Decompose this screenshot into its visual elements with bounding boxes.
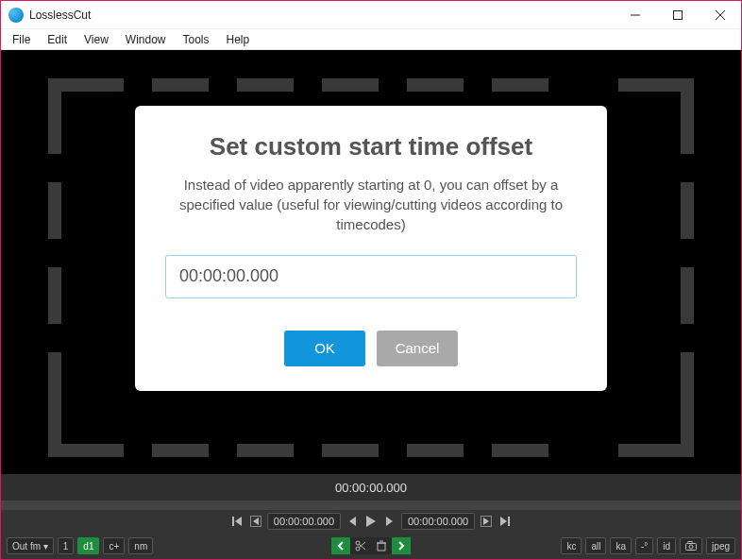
svg-marker-9: [366, 516, 376, 527]
chip-rotation[interactable]: -°: [635, 537, 653, 554]
menu-view[interactable]: View: [76, 31, 116, 48]
jump-end-icon[interactable]: [497, 514, 513, 529]
svg-marker-7: [253, 518, 259, 525]
chevron-left-icon: [337, 541, 345, 551]
cut-end-time[interactable]: 00:00:00.000: [401, 513, 475, 530]
menu-help[interactable]: Help: [219, 31, 258, 48]
svg-point-23: [689, 545, 693, 549]
start-time-offset-dialog: Set custom start time offset Instead of …: [135, 105, 607, 390]
svg-rect-14: [508, 517, 510, 526]
time-offset-input[interactable]: [165, 254, 577, 297]
menu-edit[interactable]: Edit: [40, 31, 75, 48]
chip-jpeg[interactable]: jpeg: [706, 537, 735, 554]
chip-kc[interactable]: kc: [561, 537, 582, 554]
chip-d1[interactable]: d1: [77, 537, 99, 554]
chip-nm[interactable]: nm: [128, 537, 153, 554]
step-back-icon[interactable]: [345, 514, 360, 529]
svg-rect-24: [688, 542, 692, 544]
chevron-right-icon: [397, 541, 405, 551]
menubar: File Edit View Window Tools Help: [1, 29, 741, 50]
chip-ka[interactable]: ka: [610, 537, 632, 554]
maximize-icon: [673, 10, 683, 20]
video-area: Set custom start time offset Instead of …: [1, 50, 741, 474]
chip-all[interactable]: all: [585, 537, 606, 554]
camera-icon: [685, 541, 697, 551]
delete-button[interactable]: [371, 537, 392, 554]
svg-marker-10: [386, 517, 393, 526]
timeline-track[interactable]: [1, 501, 741, 510]
cut-start-time[interactable]: 00:00:00.000: [267, 513, 341, 530]
svg-marker-5: [235, 517, 242, 526]
minimize-icon: [631, 10, 640, 20]
menu-tools[interactable]: Tools: [176, 31, 217, 48]
prev-segment-button[interactable]: [331, 537, 350, 554]
maximize-button[interactable]: [656, 1, 699, 29]
set-cut-start-icon[interactable]: [248, 514, 263, 529]
menu-window[interactable]: Window: [118, 31, 174, 48]
app-window: LosslessCut File Edit View Window Tools …: [0, 0, 742, 560]
titlebar: LosslessCut: [1, 1, 741, 29]
chip-id[interactable]: id: [657, 537, 676, 554]
jump-start-icon[interactable]: [229, 514, 245, 529]
bottom-toolbar: Out fm ▾ 1 d1 c+ nm kc all ka -° id: [1, 533, 741, 559]
cut-action-group: [331, 537, 411, 554]
dialog-title: Set custom start time offset: [165, 131, 577, 161]
app-icon: [8, 8, 24, 23]
playback-controls: 00:00:00.000 00:00:00.000: [1, 510, 741, 533]
close-button[interactable]: [699, 1, 741, 29]
chip-c-plus[interactable]: c+: [103, 537, 125, 554]
svg-marker-8: [349, 517, 356, 526]
app-title: LosslessCut: [29, 8, 91, 22]
minimize-button[interactable]: [614, 1, 656, 29]
trash-icon: [377, 540, 386, 552]
next-segment-button[interactable]: [392, 537, 411, 554]
play-icon[interactable]: [363, 514, 379, 529]
step-forward-icon[interactable]: [382, 514, 397, 529]
scissors-icon: [355, 540, 366, 552]
svg-marker-13: [500, 517, 507, 526]
menu-file[interactable]: File: [5, 31, 38, 48]
cut-button[interactable]: [350, 537, 371, 554]
set-cut-end-icon[interactable]: [479, 514, 494, 529]
close-icon: [716, 10, 725, 20]
svg-rect-19: [378, 543, 385, 551]
current-time-label: 00:00:00.000: [335, 481, 407, 495]
dialog-description: Instead of video apparently starting at …: [165, 174, 577, 233]
timeline-time-display[interactable]: 00:00:00.000: [1, 474, 741, 501]
ok-button[interactable]: OK: [284, 330, 365, 365]
segment-number[interactable]: 1: [58, 537, 75, 554]
svg-marker-12: [483, 518, 489, 525]
capture-frame-button[interactable]: [680, 537, 702, 554]
cancel-button[interactable]: Cancel: [377, 330, 458, 365]
svg-rect-4: [232, 517, 234, 526]
output-format-select[interactable]: Out fm ▾: [7, 537, 54, 554]
svg-rect-1: [673, 10, 682, 19]
